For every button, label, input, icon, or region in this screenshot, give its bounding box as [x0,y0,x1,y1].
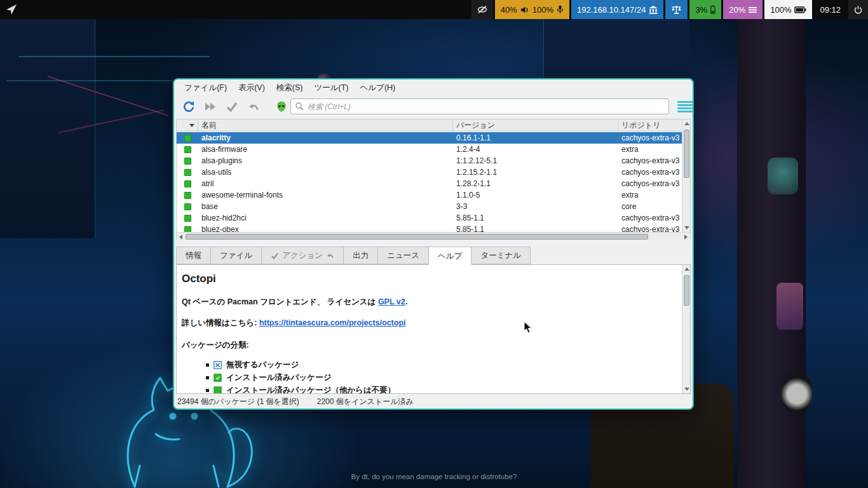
tab-news[interactable]: ニュース [377,247,429,264]
menu-lines-icon [749,6,757,13]
table-row[interactable]: base 3-3 core [177,201,682,212]
fast-forward-icon [204,100,217,113]
sort-indicator [189,124,194,127]
scroll-down-button[interactable] [682,385,691,393]
mic-value: 100% [532,5,553,15]
table-row[interactable]: atril 1.28.2-1.1 cachyos-extra-v3 [177,178,682,189]
scroll-up-button[interactable] [682,265,691,273]
tab-actions[interactable]: アクション [261,247,344,264]
scroll-right-button[interactable] [682,233,690,241]
check-icon [271,252,279,260]
scroll-up-button[interactable] [682,119,691,128]
menu-search[interactable]: 検索(S) [271,79,309,96]
clock-widget[interactable]: 09:12 [814,0,846,19]
building-silhouette [0,19,95,238]
project-link[interactable]: https://tintaescura.com/projects/octopi [259,318,406,327]
menu-tools[interactable]: ツール(T) [308,79,354,96]
rollback-button[interactable] [245,98,262,115]
search-icon [295,102,304,111]
scrollbar-thumb[interactable] [684,275,689,306]
aur-toggle-button[interactable] [273,98,290,115]
installed-package-icon [184,146,191,153]
neon-bridge-line [19,56,210,57]
window-statusbar: 23494 個のパッケージ (1 個を選択) 2200 個をインストール済み [176,395,691,409]
cpu-value: 3% [695,5,707,15]
ignored-package-icon [214,361,222,369]
memory-widget[interactable]: 20% [723,0,763,19]
tab-info[interactable]: 情報 [176,247,211,264]
penguin-sticker [782,372,812,412]
system-upgrade-button[interactable] [202,98,219,115]
bank-icon [649,6,658,14]
table-row[interactable]: awesome-terminal-fonts 1.1.0-5 extra [177,189,682,201]
help-vertical-scrollbar[interactable] [682,265,690,393]
power-icon [854,6,862,14]
microphone-icon [557,5,564,14]
installed-package-icon [184,135,191,142]
list-item: インストール済みパッケージ [206,371,675,384]
help-content: Octopi Qt ベースの Pacman フロントエンド、 ライセンスは GP… [177,265,682,393]
scroll-left-button[interactable] [177,233,185,241]
alien-icon [275,100,288,113]
cat-sticker [768,158,798,194]
sync-database-button[interactable] [180,98,197,115]
table-vertical-scrollbar[interactable] [682,119,690,232]
search-input[interactable] [290,98,669,114]
scrollbar-thumb[interactable] [684,130,689,178]
scrollbar-thumb[interactable] [186,234,648,240]
table-row[interactable]: bluez-hid2hci 5.85-1.1 cachyos-extra-v3 [177,212,682,224]
speaker-icon [520,6,529,14]
column-status[interactable] [177,119,198,131]
table-row[interactable]: alsa-utils 1.2.15.2-1.1 cachyos-extra-v3 [177,166,682,178]
installed-package-icon [214,374,222,382]
bullet-icon [206,389,209,392]
installed-package-icon [184,226,191,233]
power-widget[interactable] [848,0,868,19]
eye-off-icon [477,5,487,14]
network-address: 192.168.10.147/24 [577,5,646,15]
gpl-link[interactable]: GPL v2 [378,297,405,306]
menu-help[interactable]: ヘルプ(H) [355,79,402,96]
cpu-widget[interactable]: 3% [689,0,721,19]
help-title: Octopi [182,273,675,285]
scales-icon [671,5,682,15]
menu-view[interactable]: 表示(V) [233,79,271,96]
tab-files[interactable]: ファイル [210,247,262,264]
clock-value: 09:12 [820,5,841,15]
volume-value: 40% [501,5,517,15]
eye-toggle-widget[interactable] [471,0,493,19]
search-field-wrap [290,98,669,114]
table-row[interactable]: alsa-firmware 1.2.4-4 extra [177,144,682,155]
scroll-down-button[interactable] [682,224,691,232]
top-status-bar: 40% 100% 192.168.10.147/24 [0,0,868,19]
toolbar [174,96,693,118]
installed-package-icon [184,192,191,199]
scales-widget[interactable] [665,0,688,19]
memory-value: 20% [729,5,745,15]
menu-file[interactable]: ファイル(F) [179,79,233,96]
column-version[interactable]: バージョン [453,119,618,131]
installed-package-icon [184,203,191,210]
column-repository[interactable]: リポジトリ [618,119,682,131]
battery-widget[interactable]: 100% [764,0,812,19]
column-name[interactable]: 名前 [198,119,453,131]
network-widget[interactable]: 192.168.10.147/24 [571,0,663,19]
tab-output[interactable]: 出力 [343,247,378,264]
table-row[interactable]: bluez-obex 5.85-1.1 cachyos-extra-v3 [177,224,682,232]
installed-count-text: 2200 個をインストール済み [317,396,414,407]
girl-sticker [776,283,803,330]
table-row[interactable]: alacritty 0.16.1-1.1 cachyos-extra-v3 [177,132,682,144]
audio-widget[interactable]: 40% 100% [495,0,569,19]
paper-plane-icon[interactable] [6,4,17,15]
list-item: インストール済みパッケージ（他からは不要） [206,384,675,393]
desktop: By dt, do you mean damage tracking or di… [0,0,868,488]
tab-help[interactable]: ヘルプ [428,247,471,265]
table-horizontal-scrollbar[interactable] [177,232,690,240]
table-header: 名前 バージョン リポジトリ [177,119,682,132]
commit-button[interactable] [224,98,240,115]
options-hamburger-icon[interactable] [677,101,693,112]
tab-terminal[interactable]: ターミナル [471,247,531,264]
table-row[interactable]: alsa-plugins 1:1.2.12-5.1 cachyos-extra-… [177,155,682,166]
bullet-icon [206,363,209,367]
undo-icon [247,100,260,113]
